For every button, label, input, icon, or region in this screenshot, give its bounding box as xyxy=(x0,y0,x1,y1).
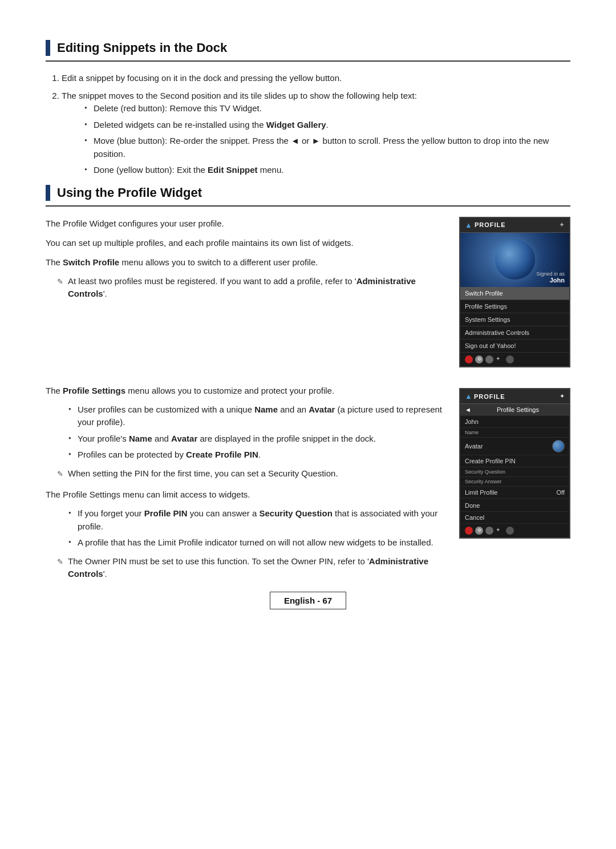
note2-text: When setting the PIN for the first time,… xyxy=(68,467,338,480)
tv-ui1-star: ✦ xyxy=(559,221,565,229)
tv-ui2-footer: ⚙ ✦ xyxy=(460,524,569,537)
bullet-delete: Delete (red button): Remove this TV Widg… xyxy=(84,102,570,115)
tv-ui2-security-a: Security Answer xyxy=(460,477,569,487)
section1-title: Editing Snippets in the Dock xyxy=(57,41,227,55)
section1-heading-container: Editing Snippets in the Dock xyxy=(46,40,570,62)
tv-ui2-create-pin-label: Create Profile PIN xyxy=(465,458,516,464)
tv-signed-in-user: John xyxy=(536,277,565,284)
tv-profile2-icon-symbol: ▲ xyxy=(465,392,472,401)
tv2-btn-gear: ⚙ xyxy=(475,527,483,535)
tv-ui-profile2: ▲ PROFILE ✦ ◄ Profile Settings John Name… xyxy=(459,388,570,539)
section1-blue-bar xyxy=(46,40,50,56)
tv-btn-sound xyxy=(485,355,493,363)
bullet2-1: User profiles can be customized with a u… xyxy=(68,403,442,429)
tv-ui2-name-value: John xyxy=(460,416,569,428)
tv-ui2-header: ▲ PROFILE ✦ xyxy=(460,389,569,404)
tv-ui2-back-row: ◄ Profile Settings xyxy=(460,404,569,416)
tv2-btn-star: ✦ xyxy=(496,527,504,535)
tv-ui2-name-label: Name xyxy=(460,428,569,438)
bullet-reinstall: Deleted widgets can be re-installed usin… xyxy=(84,119,570,132)
para5: The Profile Settings menu can limit acce… xyxy=(46,488,442,502)
footer-text: English - 67 xyxy=(270,592,346,609)
step-2: The snippet moves to the Second position… xyxy=(62,90,570,177)
note2-icon: ✎ xyxy=(57,468,63,480)
note2: ✎ When setting the PIN for the first tim… xyxy=(57,467,442,480)
tv-ui2-avatar-row: Avatar xyxy=(460,438,569,455)
bullet3-1: If you forget your Profile PIN you can a… xyxy=(68,507,442,533)
section2-blue-bar xyxy=(46,185,50,201)
tv-ui2-john-label: John xyxy=(465,418,479,425)
tv-btn-red xyxy=(465,355,473,363)
page: Editing Snippets in the Dock Edit a snip… xyxy=(0,0,616,632)
step-1: Edit a snippet by focusing on it in the … xyxy=(62,72,570,85)
bullet2-3: Profiles can be protected by Create Prof… xyxy=(68,448,442,462)
section2-content: The Profile Widget configures your user … xyxy=(46,217,570,587)
tv-btn-star: ✦ xyxy=(496,355,504,363)
bullet2-2: Your profile's Name and Avatar are displ… xyxy=(68,432,442,446)
tv-ui2-avatar-image xyxy=(552,440,565,452)
tv-menu-system-settings[interactable]: System Settings xyxy=(460,313,569,326)
tv-ui2-security-a-label: Security Answer xyxy=(465,479,502,484)
tv-ui1-header: ▲ PROFILE ✦ xyxy=(460,218,569,233)
tv-ui1-footer: ⚙ ✦ xyxy=(460,353,569,366)
para3: The Switch Profile menu allows you to sw… xyxy=(46,256,442,269)
tv-ui2-title: PROFILE xyxy=(474,393,505,400)
note-icon: ✎ xyxy=(57,276,63,288)
tv-ui2-profile-label: ▲ PROFILE xyxy=(465,392,505,401)
tv2-btn-sound xyxy=(485,527,493,535)
tv-ui1-menu: Switch Profile Profile Settings System S… xyxy=(460,287,569,353)
section2-text: The Profile Widget configures your user … xyxy=(46,217,442,587)
tv-profile-icon-symbol: ▲ xyxy=(465,221,472,229)
tv-ui2-done[interactable]: Done xyxy=(460,499,569,512)
tv-ui2-star: ✦ xyxy=(560,393,565,400)
tv2-btn-red xyxy=(465,527,473,535)
tv-menu-sign-out[interactable]: Sign out of Yahoo! xyxy=(460,339,569,353)
tv-ui2-limit-profile: Limit Profile Off xyxy=(460,487,569,499)
tv-ui2-cancel[interactable]: Cancel xyxy=(460,512,569,524)
tv-signed-in-label: Signed in as xyxy=(536,271,565,277)
bullet3-2: A profile that has the Limit Profile ind… xyxy=(68,536,442,549)
section1-steps: Edit a snippet by focusing on it in the … xyxy=(62,72,570,177)
note3-icon: ✎ xyxy=(57,556,63,568)
note3: ✎ The Owner PIN must be set to use this … xyxy=(57,555,442,581)
section2-bullets2: User profiles can be customized with a u… xyxy=(68,403,442,462)
tv-ui1-globe: Signed in as John xyxy=(460,233,569,287)
tv-menu-switch-profile[interactable]: Switch Profile xyxy=(460,287,569,300)
note3-text: The Owner PIN must be set to use this fu… xyxy=(68,555,442,581)
note1-text: At least two profiles must be registered… xyxy=(68,275,442,301)
tv-ui1-profile-label: ▲ PROFILE xyxy=(465,221,506,229)
tv-menu-profile-settings[interactable]: Profile Settings xyxy=(460,300,569,313)
section2-bullets3: If you forget your Profile PIN you can a… xyxy=(68,507,442,549)
tv-menu-admin-controls[interactable]: Administrative Controls xyxy=(460,326,569,339)
para4: The Profile Settings menu allows you to … xyxy=(46,384,442,398)
tv-ui2-avatar-label: Avatar xyxy=(465,443,483,450)
tv-ui2-name-field: Name xyxy=(465,430,479,435)
tv-btn-gear: ⚙ xyxy=(475,355,483,363)
tv2-btn-settings xyxy=(506,527,514,535)
tv-ui2-sub-header: Profile Settings xyxy=(471,406,565,413)
tv-ui2-cancel-label: Cancel xyxy=(465,514,484,521)
tv-ui2-security-q: Security Question xyxy=(460,467,569,477)
tv-ui-profile1: ▲ PROFILE ✦ Signed in as John Switch Pro… xyxy=(459,217,570,367)
section2-heading-container: Using the Profile Widget xyxy=(46,185,570,207)
tv-ui1-title: PROFILE xyxy=(475,221,506,228)
tv-ui1-signed-in: Signed in as John xyxy=(536,271,565,284)
tv-ui2-create-pin: Create Profile PIN xyxy=(460,455,569,467)
tv-btn-settings xyxy=(506,355,514,363)
para1: The Profile Widget configures your user … xyxy=(46,217,442,231)
tv-ui2-limit-label: Limit Profile xyxy=(465,489,497,496)
note1: ✎ At least two profiles must be register… xyxy=(57,275,442,301)
page-footer: English - 67 xyxy=(0,592,616,609)
section2-sidebar: ▲ PROFILE ✦ Signed in as John Switch Pro… xyxy=(459,217,570,587)
tv-ui2-limit-value: Off xyxy=(557,489,565,496)
section2-title: Using the Profile Widget xyxy=(57,185,202,200)
bullet-move: Move (blue button): Re-order the snippet… xyxy=(84,135,570,160)
tv-ui2-done-label: Done xyxy=(465,502,480,509)
tv-ui2-security-q-label: Security Question xyxy=(465,469,505,475)
para2: You can set up multiple profiles, and ea… xyxy=(46,236,442,250)
section1-bullets: Delete (red button): Remove this TV Widg… xyxy=(84,102,570,177)
tv-ui2-back-arrow: ◄ xyxy=(465,406,471,413)
bullet-done: Done (yellow button): Exit the Edit Snip… xyxy=(84,164,570,177)
